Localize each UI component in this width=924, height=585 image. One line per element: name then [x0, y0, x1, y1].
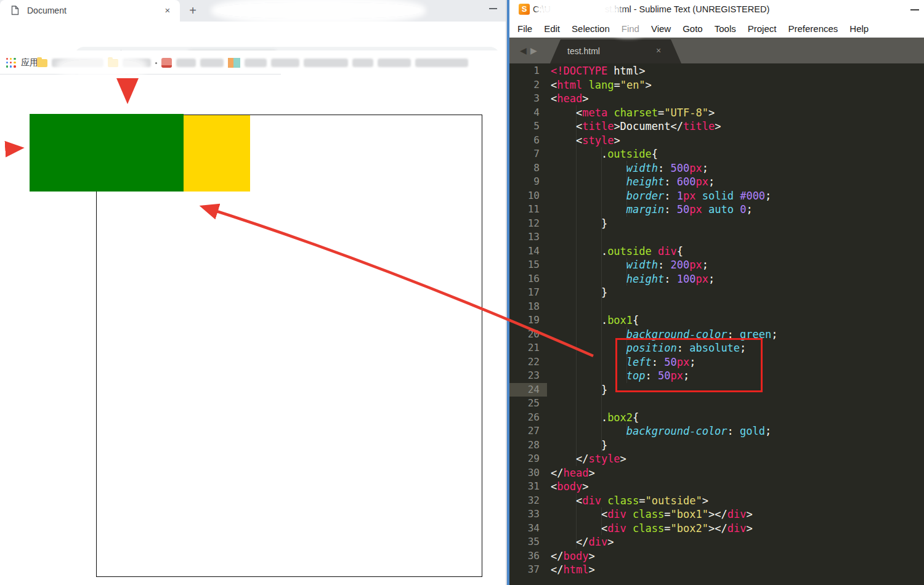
code-line-25[interactable] [551, 397, 920, 411]
bookmark-site-icon[interactable] [228, 58, 240, 68]
line-number[interactable]: 10 [509, 189, 547, 203]
code-line-32[interactable]: <div class="outside"> [551, 494, 920, 508]
line-number[interactable]: 34 [509, 522, 547, 536]
code-line-11[interactable]: margin: 50px auto 0; [551, 203, 920, 217]
bookmark-item-redacted[interactable] [304, 58, 348, 67]
bookmark-item-redacted[interactable] [176, 58, 196, 67]
line-number[interactable]: 13 [509, 230, 547, 244]
code-line-12[interactable]: } [551, 217, 920, 231]
apps-label[interactable]: 应用 [21, 57, 38, 68]
code-line-13[interactable] [551, 230, 920, 244]
line-number[interactable]: 23 [509, 369, 547, 383]
menu-view[interactable]: View [651, 23, 671, 34]
line-number[interactable]: 8 [509, 161, 547, 176]
line-number[interactable]: 11 [509, 203, 547, 217]
menu-selection[interactable]: Selection [572, 23, 610, 34]
code-line-14[interactable]: .outside div{ [551, 244, 920, 259]
code-line-31[interactable]: <body> [551, 480, 920, 494]
line-number[interactable]: 14 [509, 244, 547, 259]
line-number[interactable]: 15 [509, 258, 547, 272]
line-number[interactable]: 27 [509, 424, 547, 438]
code-line-2[interactable]: <html lang="en"> [551, 78, 920, 92]
menu-tools[interactable]: Tools [715, 23, 736, 34]
code-line-35[interactable]: </div> [551, 535, 920, 549]
bookmark-item-redacted[interactable] [200, 58, 224, 67]
line-number[interactable]: 36 [509, 549, 547, 563]
code-line-33[interactable]: <div class="box1"></div> [551, 507, 920, 522]
tab-nav-right-icon[interactable]: ▶ [530, 46, 537, 55]
line-number[interactable]: 30 [509, 466, 547, 480]
code-line-10[interactable]: border: 1px solid #000; [551, 189, 920, 203]
line-number[interactable]: 17 [509, 286, 547, 300]
line-number[interactable]: 22 [509, 355, 547, 369]
bookmark-item-redacted[interactable] [245, 58, 267, 67]
bookmark-item-redacted[interactable] [271, 58, 299, 67]
apps-grid-icon[interactable] [6, 58, 16, 68]
line-number[interactable]: 28 [509, 438, 547, 453]
code-line-36[interactable]: </body> [551, 549, 920, 563]
code-line-6[interactable]: <style> [551, 134, 920, 148]
menu-project[interactable]: Project [748, 23, 777, 34]
code-line-15[interactable]: width: 200px; [551, 258, 920, 272]
line-number[interactable]: 2 [509, 78, 547, 92]
line-number[interactable]: 26 [509, 411, 547, 425]
menu-edit[interactable]: Edit [544, 23, 560, 34]
line-number[interactable]: 37 [509, 563, 547, 577]
code-line-19[interactable]: .box1{ [551, 313, 920, 328]
code-line-1[interactable]: <!DOCTYPE html> [551, 64, 920, 78]
bookmark-item-redacted[interactable] [415, 58, 468, 67]
tab-nav-left-icon[interactable]: ◀ [520, 46, 527, 55]
bookmark-site-icon[interactable] [161, 58, 172, 68]
line-number[interactable]: 16 [509, 272, 547, 286]
menu-preferences[interactable]: Preferences [788, 23, 838, 34]
code-line-4[interactable]: <meta charset="UTF-8"> [551, 106, 920, 120]
line-number[interactable]: 9 [509, 175, 547, 189]
code-line-16[interactable]: height: 100px; [551, 272, 920, 286]
code-line-18[interactable] [551, 300, 920, 314]
code-line-30[interactable]: </head> [551, 466, 920, 480]
menu-goto[interactable]: Goto [683, 23, 703, 34]
line-number[interactable]: 31 [509, 480, 547, 494]
code-line-5[interactable]: <title>Document</title> [551, 119, 920, 134]
bookmark-item-redacted[interactable] [352, 58, 373, 67]
line-number[interactable]: 29 [509, 452, 547, 466]
new-tab-button[interactable]: + [185, 3, 201, 19]
code-line-8[interactable]: width: 500px; [551, 161, 920, 176]
menu-file[interactable]: File [517, 23, 532, 34]
code-line-27[interactable]: background-color: gold; [551, 424, 920, 438]
bookmark-folder-icon[interactable] [37, 59, 47, 67]
code-line-17[interactable]: } [551, 286, 920, 300]
code-line-37[interactable]: </html> [551, 563, 920, 577]
sublime-tab-close-icon[interactable]: × [654, 46, 663, 55]
line-number[interactable]: 25 [509, 397, 547, 411]
sublime-tab-testhtml[interactable]: test.html × [550, 39, 681, 63]
bookmark-item-redacted[interactable] [378, 58, 411, 67]
line-number[interactable]: 35 [509, 535, 547, 549]
line-number[interactable]: 33 [509, 507, 547, 522]
line-number[interactable]: 1 [509, 64, 547, 78]
code-line-9[interactable]: height: 600px; [551, 175, 920, 189]
menu-help[interactable]: Help [849, 23, 869, 34]
line-number[interactable]: 21 [509, 341, 547, 355]
line-number[interactable]: 3 [509, 92, 547, 106]
line-number[interactable]: 5 [509, 119, 547, 134]
line-number[interactable]: 7 [509, 147, 547, 161]
sublime-minimize-icon[interactable] [910, 9, 919, 10]
line-number[interactable]: 32 [509, 494, 547, 508]
browser-tab-document[interactable]: Document × [0, 0, 180, 22]
line-number[interactable]: 4 [509, 106, 547, 120]
code-line-29[interactable]: </style> [551, 452, 920, 466]
code-line-34[interactable]: <div class="box2"></div> [551, 522, 920, 536]
line-number[interactable]: 24 [509, 383, 547, 397]
line-number[interactable]: 18 [509, 300, 547, 314]
code-line-26[interactable]: .box2{ [551, 411, 920, 425]
code-line-7[interactable]: .outside{ [551, 147, 920, 161]
line-number[interactable]: 12 [509, 217, 547, 231]
code-line-28[interactable]: } [551, 438, 920, 453]
line-number[interactable]: 20 [509, 328, 547, 342]
line-number[interactable]: 19 [509, 313, 547, 328]
browser-minimize-icon[interactable] [489, 8, 497, 9]
code-line-3[interactable]: <head> [551, 92, 920, 106]
tab-close-icon[interactable]: × [161, 4, 174, 17]
line-number[interactable]: 6 [509, 134, 547, 148]
